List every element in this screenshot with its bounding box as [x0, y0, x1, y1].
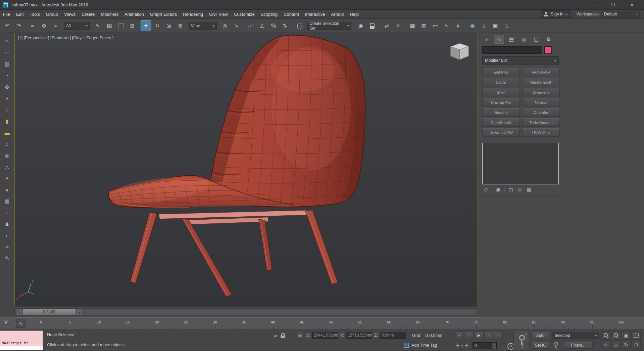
viewcube[interactable]: [451, 43, 469, 60]
left-yellow-box-icon[interactable]: ▮: [2, 116, 12, 127]
modifier-button-edit-poly[interactable]: Edit Poly: [482, 68, 520, 76]
select-by-name-icon[interactable]: ▤: [104, 20, 115, 31]
rendered-frame-window-icon[interactable]: ▣: [490, 20, 501, 31]
reference-coordinate-system-dropdown[interactable]: View▾: [189, 22, 217, 30]
modifier-button-meshsmooth[interactable]: MeshSmooth: [522, 78, 560, 86]
key-mode-icon[interactable]: ◆: [461, 344, 463, 347]
modifier-button-symmetry[interactable]: Symmetry: [522, 88, 560, 96]
render-production-icon[interactable]: ♨: [501, 20, 512, 31]
y-coordinate-field[interactable]: 15713,525mm: [346, 332, 372, 339]
key-filters-button[interactable]: Filters...: [564, 342, 593, 349]
menu-item-help[interactable]: Help: [347, 10, 362, 18]
select-and-rotate-icon[interactable]: ↻: [152, 20, 163, 31]
field-of-view-icon[interactable]: ◇: [611, 341, 621, 349]
modifier-list-dropdown[interactable]: Modifier List ▾: [482, 56, 559, 64]
selection-link-icon[interactable]: ∞: [274, 333, 277, 338]
window-crossing-toggle-icon[interactable]: ⊞: [127, 20, 138, 31]
maximize-button[interactable]: ❐: [604, 0, 623, 9]
unlink-selection-icon[interactable]: ⊘: [39, 20, 49, 31]
use-pivot-point-center-icon[interactable]: ◎: [219, 20, 230, 31]
close-button[interactable]: ✕: [623, 0, 641, 9]
make-unique-icon[interactable]: ◫: [508, 187, 514, 192]
go-to-end-button[interactable]: »: [494, 332, 503, 339]
left-ring-icon[interactable]: ◎: [2, 150, 12, 161]
show-end-result-icon[interactable]: ▣: [495, 187, 501, 192]
modifier-button-unwrap-pro[interactable]: Unwrap Pro: [482, 98, 520, 106]
hf-icon[interactable]: HF: [3, 320, 9, 325]
tab-utilities-icon[interactable]: ⚙: [544, 35, 554, 44]
minimize-button[interactable]: –: [585, 0, 604, 9]
maxscript-mini-listener[interactable]: MAXScript Mi: [0, 331, 43, 350]
curve-editor-icon[interactable]: ∿: [441, 20, 452, 31]
left-pen-icon[interactable]: ✎: [2, 253, 12, 264]
tab-display-icon[interactable]: ▢: [531, 35, 541, 44]
next-frame-button[interactable]: ›: [484, 332, 493, 339]
spinner-up-icon[interactable]: ▲: [492, 343, 496, 346]
modifier-button-chamfer[interactable]: Chamfer: [522, 108, 560, 117]
snaps-toggle-icon[interactable]: ∩³: [245, 20, 256, 31]
viewport-canvas[interactable]: x y: [15, 33, 478, 306]
select-and-manipulate-icon[interactable]: ∿: [231, 20, 242, 31]
redo-icon[interactable]: ↷: [13, 20, 24, 31]
menu-item-group[interactable]: Group: [43, 10, 61, 18]
modifier-button-normal[interactable]: Normal: [522, 98, 560, 106]
time-configuration-button[interactable]: [507, 343, 514, 350]
object-name-input[interactable]: [482, 46, 542, 54]
set-key-button[interactable]: Set K.: [532, 342, 549, 349]
configure-modifier-sets-icon[interactable]: ▦: [526, 187, 532, 192]
menu-item-interactive[interactable]: Interactive: [302, 10, 328, 18]
play-button[interactable]: ▶: [475, 332, 483, 339]
left-sphere-icon[interactable]: ●: [2, 184, 12, 195]
percent-snap-toggle-icon[interactable]: %: [268, 20, 279, 31]
left-gear-icon[interactable]: ⊛: [2, 81, 12, 93]
track-bar[interactable]: HF ∿ 05101520253035404550556065707580859…: [0, 317, 644, 329]
menu-item-file[interactable]: File: [0, 10, 13, 18]
viewport-label[interactable]: [+] [Perspective ] [Standard ] [Clay + E…: [18, 36, 113, 40]
named-selection-sets-dropdown[interactable]: Create Selection Set▾: [307, 22, 351, 30]
left-figure-icon[interactable]: ♟: [2, 218, 12, 230]
zoom-all-icon[interactable]: [611, 332, 621, 340]
left-drop-icon[interactable]: ●: [2, 207, 12, 218]
current-frame-spinner[interactable]: 0 ▲ ▼: [473, 342, 497, 349]
menu-item-customize[interactable]: Customize: [231, 10, 257, 18]
zoom-region-icon[interactable]: [632, 332, 641, 340]
left-sun-icon[interactable]: ☀: [2, 173, 12, 184]
perspective-viewport[interactable]: [+] [Perspective ] [Standard ] [Clay + E…: [14, 33, 478, 306]
left-circle-icon[interactable]: ○: [2, 138, 12, 150]
menu-item-views[interactable]: Views: [61, 10, 79, 18]
left-red-sphere-icon[interactable]: ●: [2, 104, 12, 116]
menu-item-arnold[interactable]: Arnold: [328, 10, 347, 18]
left-select-icon[interactable]: ↖: [2, 36, 12, 47]
time-slider-handle[interactable]: 0 / 100: [23, 309, 76, 315]
menu-item-tools[interactable]: Tools: [27, 10, 43, 18]
tab-create-icon[interactable]: +: [482, 35, 492, 44]
object-color-swatch[interactable]: [544, 46, 552, 54]
chair-model[interactable]: [108, 35, 365, 297]
time-slider-next-arrow[interactable]: ›: [77, 309, 82, 315]
tab-hierarchy-icon[interactable]: ▤: [506, 35, 516, 44]
modifier-button-uvw-map[interactable]: UVW Map: [522, 128, 560, 137]
left-clock-icon[interactable]: ◔: [2, 70, 12, 81]
left-rectangle-icon[interactable]: ▭: [2, 47, 12, 58]
spinner-down-icon[interactable]: ▼: [492, 346, 496, 349]
menu-item-graph-editors[interactable]: Graph Editors: [147, 10, 180, 18]
left-cone-icon[interactable]: △: [2, 161, 12, 173]
spinner-arrows[interactable]: ▲ ▼: [492, 343, 496, 349]
x-coordinate-field[interactable]: 20441,031mm: [312, 332, 338, 339]
menu-item-civil-view[interactable]: Civil View: [206, 10, 231, 18]
bind-to-space-warp-icon[interactable]: ≈: [50, 20, 61, 31]
pin-stack-icon[interactable]: ⊙: [483, 187, 489, 192]
left-globe-icon[interactable]: ◐: [2, 230, 12, 241]
select-and-link-icon[interactable]: ∞: [27, 20, 38, 31]
angle-snap-toggle-icon[interactable]: ∠: [257, 20, 267, 31]
open-mini-curve-editor-button[interactable]: ∿: [16, 319, 26, 328]
maximize-viewport-toggle-icon[interactable]: ⊡: [632, 341, 641, 349]
menu-item-modifiers[interactable]: Modifiers: [98, 10, 121, 18]
workspaces-dropdown[interactable]: Default ▾: [602, 11, 640, 17]
toggle-scene-explorer-icon[interactable]: ▦: [407, 20, 418, 31]
modifier-button-turbosmooth[interactable]: TurboSmooth: [522, 118, 560, 127]
orbit-icon[interactable]: ↻: [622, 341, 631, 349]
maxscript-listener-pane[interactable]: [0, 346, 43, 350]
auto-key-button[interactable]: Auto: [532, 332, 549, 339]
zoom-extents-icon[interactable]: ▣: [622, 332, 631, 340]
